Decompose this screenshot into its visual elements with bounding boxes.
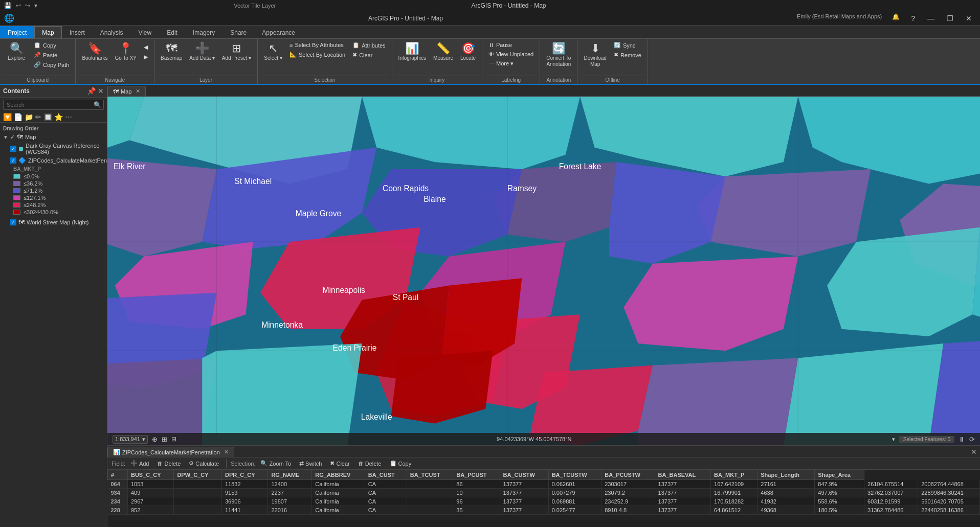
download-map-button[interactable]: ⬇ DownloadMap: [581, 41, 609, 70]
group-layer-icon[interactable]: 📁: [25, 113, 33, 121]
delete-selection-button[interactable]: 🗑 Delete: [355, 460, 385, 468]
more-options-icon[interactable]: ⋯: [65, 113, 72, 121]
clear-selection-button[interactable]: ✖ Clear: [327, 459, 352, 468]
col-rg-abbrev[interactable]: RG_ABBREV: [312, 470, 365, 480]
qat-undo[interactable]: ↩: [15, 1, 22, 10]
more-labeling-button[interactable]: ⋯ More ▾: [485, 59, 537, 68]
map-root-layer[interactable]: ▼ ✓ 🗺 Map: [0, 132, 107, 142]
map-root-checkbox[interactable]: ✓: [10, 134, 15, 141]
sync-button[interactable]: 🔄 Sync: [611, 41, 644, 50]
map-pause-icon[interactable]: ⏸: [959, 436, 965, 443]
delete-field-button[interactable]: 🗑 Delete: [154, 460, 184, 468]
copy-path-button[interactable]: 🔗 Copy Path: [31, 60, 72, 69]
table-row[interactable]: 93440991592237CaliforniaCA101373770.0072…: [108, 489, 980, 497]
col-ba-mkt-p[interactable]: BA_MKT_P: [711, 470, 758, 480]
map-tab-close[interactable]: ✕: [136, 88, 140, 95]
col-shape-area[interactable]: Shape_Area: [815, 470, 864, 480]
select-button[interactable]: ↖ Select ▾: [261, 41, 285, 63]
tab-appearance[interactable]: Appearance: [254, 26, 303, 38]
close-button[interactable]: ✕: [962, 13, 976, 24]
pause-button[interactable]: ⏸ Pause: [485, 41, 537, 49]
col-rg-name[interactable]: RG_NAME: [268, 470, 312, 480]
edit-layer-icon[interactable]: ✏: [35, 113, 41, 121]
bookmarks-button[interactable]: 🔖 Bookmarks: [79, 41, 110, 63]
qat-more[interactable]: ▾: [33, 1, 38, 10]
remove-button[interactable]: ✖ Remove: [611, 51, 644, 59]
zipcodes-checkbox[interactable]: ✓: [10, 157, 16, 164]
tab-project[interactable]: Project: [0, 26, 34, 38]
view-unplaced-button[interactable]: 👁 View Unplaced: [485, 50, 537, 58]
new-layer-icon[interactable]: 📄: [14, 113, 23, 121]
col-bus-c-cy[interactable]: BUS_C_CY: [127, 470, 173, 480]
filter-icon[interactable]: 🔽: [3, 113, 12, 121]
favorite-icon[interactable]: ⭐: [54, 113, 63, 121]
minimize-button[interactable]: —: [923, 13, 939, 24]
dark-gray-layer[interactable]: ✓ ◼ Dark Gray Canvas Reference (WGS84): [0, 142, 107, 156]
select-by-loc-button[interactable]: 📐 Select By Location: [286, 50, 348, 59]
help-button[interactable]: ?: [907, 13, 919, 24]
back-button[interactable]: ◀: [141, 43, 151, 52]
col-dpr-c-cy[interactable]: DPR_C_CY: [221, 470, 268, 480]
scale-selector[interactable]: 1:833,941 ▾: [113, 435, 148, 444]
table-row[interactable]: 2289521144122016CaliforniaCA351373770.02…: [108, 506, 980, 515]
add-data-button[interactable]: ➕ Add Data ▾: [186, 41, 217, 63]
tab-insert[interactable]: Insert: [62, 26, 93, 38]
tab-view[interactable]: View: [130, 26, 159, 38]
qat-redo[interactable]: ↪: [24, 1, 31, 10]
dark-gray-checkbox[interactable]: ✓: [10, 146, 16, 152]
map-refresh-icon[interactable]: ⟳: [969, 436, 975, 443]
copy-button[interactable]: 📋 Copy: [31, 41, 72, 50]
col-dpw-c-cy[interactable]: DPW_C_CY: [174, 470, 222, 480]
table-tab-zipcodes[interactable]: 📊 ZIPCodes_CalculateMarketPenetration ✕: [107, 447, 234, 457]
tab-analysis[interactable]: Analysis: [93, 26, 131, 38]
go-to-xy-button[interactable]: 📍 Go To XY: [112, 41, 140, 63]
table-row[interactable]: 06410531183212400CaliforniaCA861373770.0…: [108, 480, 980, 489]
world-street-map-layer[interactable]: ✓ 🗺 World Street Map (Night): [0, 218, 107, 227]
coords-dropdown-icon[interactable]: ▾: [892, 436, 895, 443]
col-ba-baseval[interactable]: BA_BASEVAL: [655, 470, 711, 480]
col-ba-pcustw[interactable]: BA_PCUSTW: [602, 470, 655, 480]
data-table-wrapper[interactable]: # BUS_C_CY DPW_C_CY DPR_C_CY RG_NAME RG_…: [107, 470, 980, 527]
attributes-button[interactable]: 📋 Attributes: [349, 41, 388, 50]
layer-visibility-icon[interactable]: 🔲: [43, 113, 52, 121]
col-ba-custw[interactable]: BA_CUSTW: [500, 470, 548, 480]
infographics-button[interactable]: 📊 Infographics: [395, 41, 429, 63]
sidebar-close-icon[interactable]: ✕: [98, 87, 104, 95]
zipcodes-layer[interactable]: ✓ 🔷 ZIPCodes_CalculateMarketPenetration: [0, 156, 107, 165]
copy-selection-button[interactable]: 📋 Copy: [387, 459, 415, 468]
paste-button[interactable]: 📌 Paste: [31, 51, 72, 59]
zoom-controls[interactable]: ⊕: [152, 436, 158, 443]
explore-button[interactable]: 🔍 Explore: [3, 41, 30, 63]
pin-icon[interactable]: 📌: [87, 87, 96, 95]
table-panel-close[interactable]: ✕: [968, 448, 980, 456]
forward-button[interactable]: ▶: [141, 53, 151, 61]
locate-button[interactable]: 🎯 Locate: [457, 41, 479, 63]
zoom-fit-icon[interactable]: ⊞: [162, 436, 167, 443]
select-by-attr-button[interactable]: ≡ Select By Attributes: [286, 41, 348, 49]
add-field-button[interactable]: ➕ Add: [127, 459, 152, 468]
add-preset-button[interactable]: ⊞ Add Preset ▾: [219, 41, 254, 63]
tab-edit[interactable]: Edit: [159, 26, 185, 38]
world-street-checkbox[interactable]: ✓: [10, 219, 16, 225]
map-canvas[interactable]: Minneapolis St Paul Minnetonka Eden Prai…: [107, 97, 980, 445]
col-ba-tcust[interactable]: BA_TCUST: [407, 470, 453, 480]
map-tab-main[interactable]: 🗺 Map ✕: [107, 86, 146, 96]
zoom-to-button[interactable]: 🔍 Zoom To: [257, 459, 294, 468]
col-shape-length[interactable]: Shape_Length: [758, 470, 815, 480]
col-rownum[interactable]: #: [108, 470, 128, 480]
col-ba-pcust[interactable]: BA_PCUST: [453, 470, 500, 480]
col-ba-cust[interactable]: BA_CUST: [365, 470, 407, 480]
notification-icon[interactable]: 🔔: [892, 13, 900, 24]
switch-button[interactable]: ⇄ Switch: [296, 459, 325, 468]
search-input[interactable]: [4, 100, 92, 109]
tab-share[interactable]: Share: [222, 26, 254, 38]
qat-save[interactable]: 💾: [3, 1, 13, 10]
restore-button[interactable]: ❐: [943, 13, 957, 24]
table-tab-close[interactable]: ✕: [224, 449, 229, 455]
table-row[interactable]: 23429673690619807CaliforniaCA961373770.0…: [108, 497, 980, 506]
convert-annotation-button[interactable]: 🔄 Convert ToAnnotation: [543, 41, 574, 70]
measure-button[interactable]: 📏 Measure: [430, 41, 456, 63]
tab-imagery[interactable]: Imagery: [185, 26, 222, 38]
scale-dropdown-icon[interactable]: ▾: [142, 436, 145, 443]
col-ba-tcustw[interactable]: BA_TCUSTW: [548, 470, 602, 480]
